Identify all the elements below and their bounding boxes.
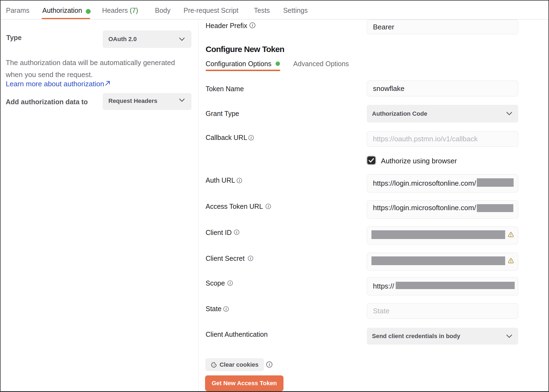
svg-text:i: i (251, 136, 252, 140)
svg-text:i: i (250, 256, 251, 261)
svg-text:i: i (230, 281, 231, 285)
svg-text:i: i (239, 178, 240, 182)
svg-text:i: i (236, 230, 237, 234)
svg-text:i: i (226, 307, 227, 311)
svg-text:i: i (269, 362, 270, 367)
svg-text:i: i (268, 204, 269, 209)
svg-text:i: i (252, 23, 253, 27)
